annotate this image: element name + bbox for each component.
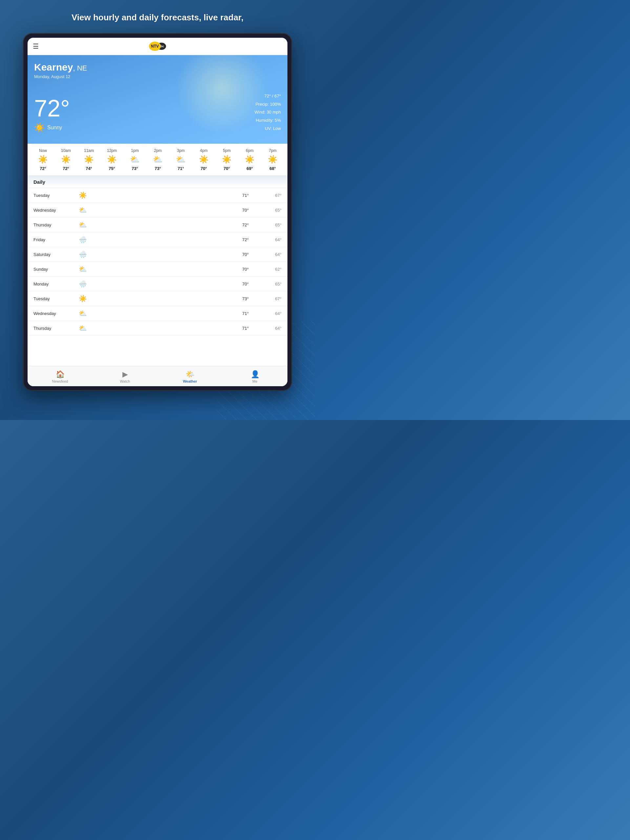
hourly-temperature: 72°	[40, 166, 46, 171]
hourly-time: 7pm	[269, 148, 276, 153]
daily-high: 72°	[232, 237, 249, 242]
daily-high: 71°	[232, 326, 249, 331]
weather-details: 72° / 67° Precip: 100% Wind: 30 mph Humi…	[255, 92, 281, 133]
daily-low: 64°	[268, 252, 281, 257]
hourly-section[interactable]: Now ☀️ 72° 10am ☀️ 72° 11am ☀️ 74° 12pm …	[28, 144, 287, 176]
condition-row: ☀️ Sunny	[34, 123, 70, 133]
hourly-item: 5pm ☀️ 70°	[215, 147, 238, 172]
newsfeed-label: Newsfeed	[52, 379, 68, 383]
main-temperature: 72°	[34, 96, 70, 120]
hourly-item: 1pm ⛅ 73°	[123, 147, 146, 172]
nav-item-weather[interactable]: 🌤️ Weather	[158, 370, 223, 383]
daily-high: 70°	[232, 281, 249, 286]
daily-row: Wednesday ⛅ 71° 64°	[28, 306, 287, 321]
daily-weather-icon: ☀️	[73, 295, 93, 303]
daily-low: 64°	[268, 326, 281, 331]
page-title: View hourly and daily forecasts, live ra…	[52, 0, 263, 33]
daily-day: Friday	[33, 237, 73, 242]
daily-low: 65°	[268, 281, 281, 286]
precip: Precip: 100%	[255, 100, 281, 109]
play-icon: ▶	[122, 370, 128, 379]
daily-weather-icon: ⛅	[73, 324, 93, 332]
daily-weather-icon: ⛅	[73, 206, 93, 214]
hourly-temperature: 73°	[155, 166, 161, 171]
humidity: Humidity: 5%	[255, 117, 281, 125]
hourly-time: Now	[39, 148, 47, 153]
nav-item-watch[interactable]: ▶ Watch	[93, 370, 158, 383]
daily-weather-icon: ☀️	[73, 191, 93, 199]
hourly-temperature: 68°	[269, 166, 276, 171]
daily-weather-icon: 🌧️	[73, 250, 93, 258]
daily-weather-icon: 🌧️	[73, 280, 93, 288]
hourly-item: 2pm ⛅ 73°	[146, 147, 169, 172]
daily-low: 67°	[268, 193, 281, 198]
hourly-weather-icon: ☀️	[268, 155, 278, 164]
daily-high: 70°	[232, 267, 249, 272]
hourly-temperature: 69°	[246, 166, 253, 171]
daily-high: 73°	[232, 296, 249, 301]
daily-row: Friday 🌧️ 72° 64°	[28, 232, 287, 247]
daily-day: Saturday	[33, 252, 73, 257]
daily-weather-icon: ⛅	[73, 265, 93, 273]
wind: Wind: 30 mph	[255, 108, 281, 117]
watch-label: Watch	[120, 379, 130, 383]
daily-day: Tuesday	[33, 296, 73, 301]
daily-low: 65°	[268, 208, 281, 213]
nav-item-me[interactable]: 👤 Me	[223, 370, 287, 383]
daily-row: Monday 🌧️ 70° 65°	[28, 276, 287, 291]
daily-section: Daily Tuesday ☀️ 71° 67° Wednesday ⛅ 70°…	[28, 176, 287, 366]
temperature-section: 72° ☀️ Sunny	[34, 96, 70, 133]
hourly-time: 2pm	[154, 148, 161, 153]
hourly-time: 11am	[84, 148, 94, 153]
daily-day: Thursday	[33, 223, 73, 227]
hourly-item: 8p 🌤️ 6	[284, 147, 287, 172]
hourly-weather-icon: ☀️	[84, 155, 94, 164]
hourly-weather-icon: ☀️	[245, 155, 255, 164]
daily-day: Wednesday	[33, 311, 73, 316]
hourly-weather-icon: ☀️	[107, 155, 117, 164]
daily-low: 65°	[268, 223, 281, 227]
daily-row: Saturday 🌧️ 70° 64°	[28, 247, 287, 262]
tablet-frame: ☰ NTV abc Kearney, NE Monday, August 12 …	[23, 33, 292, 391]
hourly-item: 12pm ☀️ 75°	[100, 147, 123, 172]
daily-day: Tuesday	[33, 193, 73, 198]
city-name: Kearney, NE	[34, 62, 281, 73]
daily-row: Tuesday ☀️ 71° 67°	[28, 188, 287, 203]
hourly-time: 5pm	[223, 148, 231, 153]
hourly-weather-icon: ⛅	[176, 155, 186, 164]
daily-row: Wednesday ⛅ 70° 65°	[28, 203, 287, 218]
hourly-time: 1pm	[131, 148, 139, 153]
hourly-item: 10am ☀️ 72°	[54, 147, 77, 172]
hourly-weather-icon: ☀️	[38, 155, 48, 164]
current-date: Monday, August 12	[34, 74, 281, 79]
high-low: 72° / 67°	[255, 92, 281, 100]
hourly-temperature: 71°	[177, 166, 184, 171]
daily-row: Thursday ⛅ 72° 65°	[28, 218, 287, 232]
hourly-time: 3pm	[177, 148, 185, 153]
hourly-temperature: 72°	[63, 166, 69, 171]
home-icon: 🏠	[56, 370, 65, 379]
hourly-temperature: 70°	[201, 166, 207, 171]
hourly-time: 12pm	[107, 148, 117, 153]
daily-row: Tuesday ☀️ 73° 67°	[28, 291, 287, 306]
daily-weather-icon: ⛅	[73, 309, 93, 317]
nav-item-newsfeed[interactable]: 🏠 Newsfeed	[28, 370, 93, 383]
hourly-item: Now ☀️ 72°	[32, 147, 54, 172]
daily-high: 70°	[232, 252, 249, 257]
daily-title: Daily	[33, 179, 45, 185]
daily-day: Monday	[33, 281, 73, 286]
hourly-weather-icon: ☀️	[222, 155, 232, 164]
me-label: Me	[252, 379, 257, 383]
hourly-time: 10am	[61, 148, 71, 153]
daily-row: Thursday ⛅ 71° 64°	[28, 321, 287, 336]
daily-header: Daily	[28, 176, 287, 188]
logo: NTV abc	[149, 42, 166, 51]
condition-label: Sunny	[47, 125, 62, 131]
weather-hero: Kearney, NE Monday, August 12 72° ☀️ Sun…	[28, 55, 287, 144]
hourly-temperature: 70°	[223, 166, 230, 171]
hourly-weather-icon: ☀️	[61, 155, 71, 164]
daily-low: 67°	[268, 296, 281, 301]
daily-low: 64°	[268, 237, 281, 242]
hourly-item: 11am ☀️ 74°	[77, 147, 100, 172]
hamburger-icon[interactable]: ☰	[33, 42, 39, 50]
